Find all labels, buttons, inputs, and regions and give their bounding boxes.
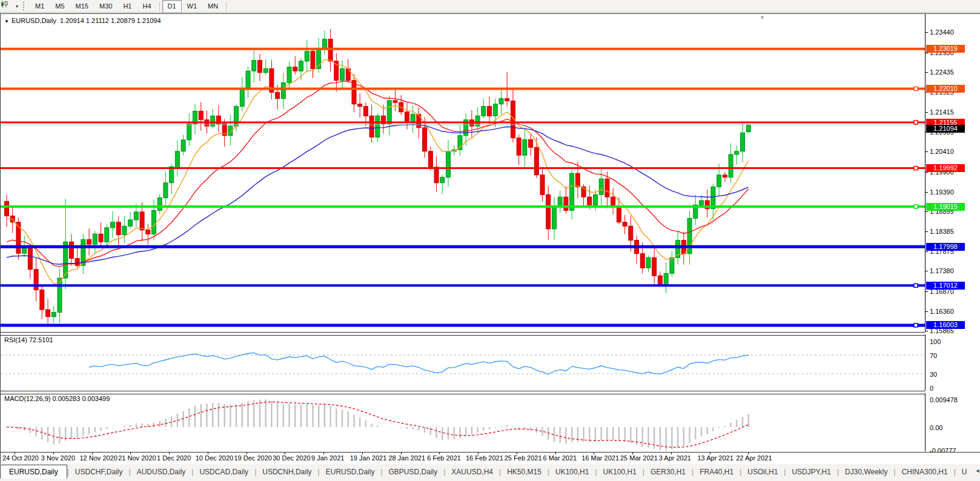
date-label: 10 Dec 2020 [196, 454, 233, 462]
candle-body [340, 68, 345, 80]
timeframe-button-h4[interactable]: H4 [137, 0, 156, 13]
candle-body [75, 259, 79, 266]
timeframe-button-mn[interactable]: MN [202, 0, 223, 13]
chart-tab-ger30-h1[interactable]: GER30,H1 [644, 465, 692, 479]
price-axis[interactable]: 1.234401.229301.224351.219251.214151.209… [925, 14, 980, 451]
price-level-label: 1.21094 [926, 125, 965, 133]
candle-body [623, 222, 627, 227]
chart-tab-audusd-daily[interactable]: AUDUSD,Daily [131, 465, 192, 479]
chart-tab-usdcad-daily[interactable]: USDCAD,Daily [193, 465, 254, 479]
tab-scroll-left-icon[interactable]: ◄ [975, 468, 980, 474]
chart-tab-dj30-weekly[interactable]: DJ30,Weekly [839, 465, 893, 479]
date-label: 13 Apr 2021 [698, 454, 733, 462]
chart-tab-eurusd-daily[interactable]: EURUSD,Daily [320, 465, 381, 479]
chart-tab-eurusd-daily[interactable]: EURUSD,Daily [0, 465, 67, 479]
candle-body [152, 210, 156, 234]
chart-tab-usdjpy-h1[interactable]: USDJPY,H1 [786, 465, 836, 479]
timeframe-button-m1[interactable]: M1 [30, 0, 50, 13]
chart-tab-usdchf-daily[interactable]: USDCHF,Daily [69, 465, 129, 479]
level-line-handle[interactable] [914, 167, 918, 170]
chart-window: ▼ ▼EURUSD,Daily 1.20914 1.21112 1.20879 … [0, 13, 980, 465]
candle-body [105, 228, 109, 242]
candle-body [428, 151, 432, 167]
candle-body [387, 101, 391, 124]
axis-tick [925, 251, 928, 252]
level-line-handle[interactable] [914, 284, 918, 287]
candle-body [629, 226, 633, 240]
chart-tab-uk100-h1[interactable]: UK100,H1 [549, 465, 595, 479]
price-tick-label: 1.22435 [930, 68, 954, 76]
candle-body [652, 257, 657, 276]
candle-body [369, 116, 374, 137]
chart-tab-china300-h1[interactable]: CHINA300,H1 [896, 465, 954, 479]
time-axis[interactable]: 24 Oct 20203 Nov 202012 Nov 202021 Nov 2… [1, 452, 980, 464]
chart-tab-usdcnh-daily[interactable]: USDCNH,Daily [256, 465, 317, 479]
candle-body [322, 39, 326, 49]
candle-body [493, 104, 497, 116]
candle-body [40, 290, 44, 310]
candle-body [664, 273, 668, 284]
candle-body [305, 51, 309, 61]
level-line-handle[interactable] [914, 87, 918, 90]
date-label: 16 Feb 2021 [466, 454, 503, 462]
axis-tick [925, 271, 928, 271]
candle-body [717, 175, 721, 187]
date-label: 16 Mar 2021 [581, 454, 619, 462]
candle-body [240, 88, 244, 107]
chart-tab-hk50-m15[interactable]: HK50,M15 [501, 465, 548, 479]
candlestick-chart[interactable] [1, 14, 925, 332]
timeframe-button-w1[interactable]: W1 [182, 0, 203, 13]
candle-body [482, 107, 486, 116]
candle-body [164, 183, 168, 198]
candle-body [540, 175, 545, 195]
timeframe-button-h1[interactable]: H1 [118, 0, 137, 13]
price-pane[interactable]: ▼EURUSD,Daily 1.20914 1.21112 1.20879 1.… [1, 14, 925, 332]
date-label: 9 Jan 2021 [311, 454, 344, 462]
date-label: 25 Mar 2021 [620, 454, 658, 462]
rsi-pane[interactable]: RSI(14) 72.5101 [1, 334, 925, 391]
candle-body [741, 133, 745, 151]
toolbar-grip[interactable] [23, 2, 27, 10]
candle-body [570, 173, 574, 210]
chart-tab-uk100-h1[interactable]: UK100,H1 [597, 465, 642, 479]
chart-type-icon[interactable] [1, 1, 13, 11]
chart-type-dropdown-caret[interactable]: ▾ [13, 4, 21, 9]
timeframe-button-m15[interactable]: M15 [70, 0, 94, 13]
chart-tab-fra40-h1[interactable]: FRA40,H1 [694, 465, 740, 479]
symbol-dropdown-icon[interactable]: ▼ [4, 19, 9, 24]
level-line-handle[interactable] [914, 205, 918, 208]
candle-body [199, 111, 203, 119]
date-label: 19 Jan 2021 [350, 454, 387, 462]
candle-body [599, 179, 603, 194]
axis-tick [925, 151, 928, 152]
scroll-to-end-caret[interactable]: ▼ [760, 15, 765, 21]
candle-body [181, 140, 185, 151]
candle-body [358, 104, 362, 107]
chart-tab-u[interactable]: U [956, 465, 973, 479]
rsi-scale-label: 30 [930, 371, 937, 378]
level-line-handle[interactable] [914, 323, 918, 327]
candle-body [552, 207, 556, 229]
timeframe-button-m30[interactable]: M30 [94, 0, 118, 13]
chart-tab-gbpusd-daily[interactable]: GBPUSD,Daily [383, 465, 444, 479]
axis-tick [925, 211, 928, 212]
axis-tick [925, 331, 928, 331]
chart-tab-usoil-h1[interactable]: USOil,H1 [741, 465, 784, 479]
candle-body [640, 254, 644, 268]
candle-body [617, 207, 621, 222]
date-label: 24 Oct 2020 [2, 454, 39, 462]
chart-tab-xauusd-h4[interactable]: XAUUSD,H4 [445, 465, 499, 479]
candle-body [5, 201, 9, 216]
candle-body [488, 107, 492, 116]
macd-pane[interactable]: MACD(12,26,9) 0.005283 0.003499 [1, 393, 925, 451]
candle-body [110, 222, 114, 228]
timeframe-button-m5[interactable]: M5 [50, 0, 70, 13]
date-label: 6 Mar 2021 [543, 454, 577, 462]
level-line-handle[interactable] [914, 121, 918, 124]
price-tick-label: 1.23440 [930, 28, 954, 36]
candle-body [376, 116, 380, 137]
candle-body [293, 67, 297, 71]
date-label: 1 Dec 2020 [157, 454, 191, 462]
candle-body [523, 139, 527, 155]
timeframe-button-d1[interactable]: D1 [162, 0, 182, 13]
